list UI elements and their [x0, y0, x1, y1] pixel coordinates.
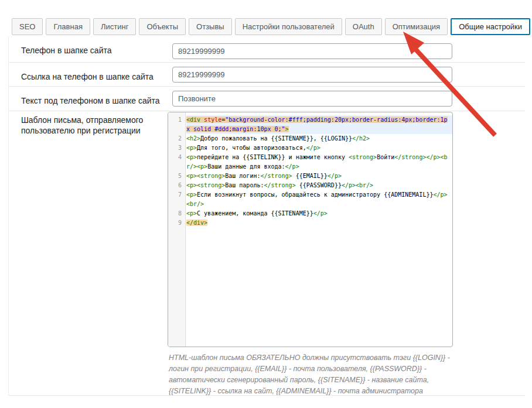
- settings-form: Телефон в шапке сайта Ссылка на телефон …: [8, 36, 525, 396]
- tab-общие-настройки[interactable]: Общие настройки: [451, 18, 530, 35]
- phone-link-label: Ссылка на телефон в шапке сайта: [21, 71, 168, 82]
- code-line[interactable]: 4<p>перейдите на {{SITELINK}} и нажмите …: [168, 153, 452, 172]
- line-number: 9: [168, 218, 186, 228]
- code-line[interactable]: 9</div>: [168, 218, 452, 228]
- code-line[interactable]: 2<h2>Добро пожаловать на {{SITENAME}}, {…: [168, 134, 452, 143]
- code-line-text: <p>С уважением, команда {{SITENAME}}</p>: [186, 209, 452, 218]
- code-line-text: <div style="background-color:#fff;paddin…: [186, 115, 452, 134]
- code-editor[interactable]: 1<div style="background-color:#fff;paddi…: [168, 112, 453, 347]
- tab-seo[interactable]: SEO: [12, 18, 43, 35]
- phone-link-input[interactable]: [172, 67, 452, 83]
- code-line-text: </div>: [186, 218, 452, 228]
- tab-настройки-пользователей[interactable]: Настройки пользователей: [235, 18, 342, 35]
- code-line-text: <p><strong>Ваш пароль:</strong> {{PASSWO…: [186, 181, 452, 190]
- line-number: 7: [168, 190, 186, 200]
- code-line-text: <p>перейдите на {{SITELINK}} и нажмите к…: [186, 153, 452, 172]
- settings-page: SEOГлавнаяЛистингОбъектыОтзывыНастройки …: [0, 0, 532, 408]
- mail-template-label: Шаблон письма, отправляемого пользовател…: [21, 115, 168, 136]
- code-line[interactable]: 1<div style="background-color:#fff;paddi…: [168, 115, 452, 134]
- code-line-text: <p><strong>Ваш логин:</strong> {{EMAIL}}…: [186, 172, 452, 181]
- line-number: 2: [168, 134, 186, 143]
- code-line[interactable]: 6<p><strong>Ваш пароль:</strong> {{PASSW…: [168, 181, 452, 190]
- code-line[interactable]: 8<p>С уважением, команда {{SITENAME}}</p…: [168, 209, 452, 218]
- line-number: 4: [168, 153, 186, 162]
- phone-label: Телефон в шапке сайта: [21, 45, 168, 56]
- code-line-text: <h2>Добро пожаловать на {{SITENAME}}, {{…: [186, 134, 452, 143]
- tab-главная[interactable]: Главная: [46, 18, 90, 35]
- code-line[interactable]: 3<p>Для того, чтобы авторизоваться,</p>: [168, 143, 452, 153]
- phone-text-input[interactable]: [172, 91, 452, 107]
- line-number: 1: [168, 115, 186, 125]
- settings-row-phone-link: Ссылка на телефон в шапке сайта: [9, 63, 525, 87]
- mail-template-help-text: HTML-шаблон письма ОБЯЗАТЕЛЬНО должны пр…: [169, 352, 464, 397]
- tab-оптимизация[interactable]: Оптимизация: [385, 18, 448, 35]
- phone-input[interactable]: [172, 43, 452, 59]
- tab-bar: SEOГлавнаяЛистингОбъектыОтзывыНастройки …: [12, 18, 532, 36]
- line-number: 3: [168, 143, 186, 153]
- code-line-text: <p>Для того, чтобы авторизоваться,</p>: [186, 143, 452, 153]
- code-lines: 1<div style="background-color:#fff;paddi…: [168, 115, 452, 228]
- settings-row-phone-text: Текст под телефоном в шапке сайта: [9, 87, 525, 111]
- tab-oauth[interactable]: OAuth: [345, 18, 382, 35]
- line-number: 6: [168, 181, 186, 190]
- line-number: 8: [168, 209, 186, 218]
- settings-row-mail-template: Шаблон письма, отправляемого пользовател…: [9, 111, 525, 396]
- settings-row-phone: Телефон в шапке сайта: [9, 36, 525, 63]
- code-line[interactable]: 5<p><strong>Ваш логин:</strong> {{EMAIL}…: [168, 172, 452, 181]
- tab-отзывы[interactable]: Отзывы: [189, 18, 232, 35]
- code-line[interactable]: 7<p>Если возникнут вопросы, обращайтесь …: [168, 190, 452, 209]
- tab-объекты[interactable]: Объекты: [139, 18, 186, 35]
- tab-листинг[interactable]: Листинг: [93, 18, 136, 35]
- line-number: 5: [168, 172, 186, 181]
- code-line-text: <p>Если возникнут вопросы, обращайтесь к…: [186, 190, 452, 209]
- phone-text-label: Текст под телефоном в шапке сайта: [21, 95, 168, 106]
